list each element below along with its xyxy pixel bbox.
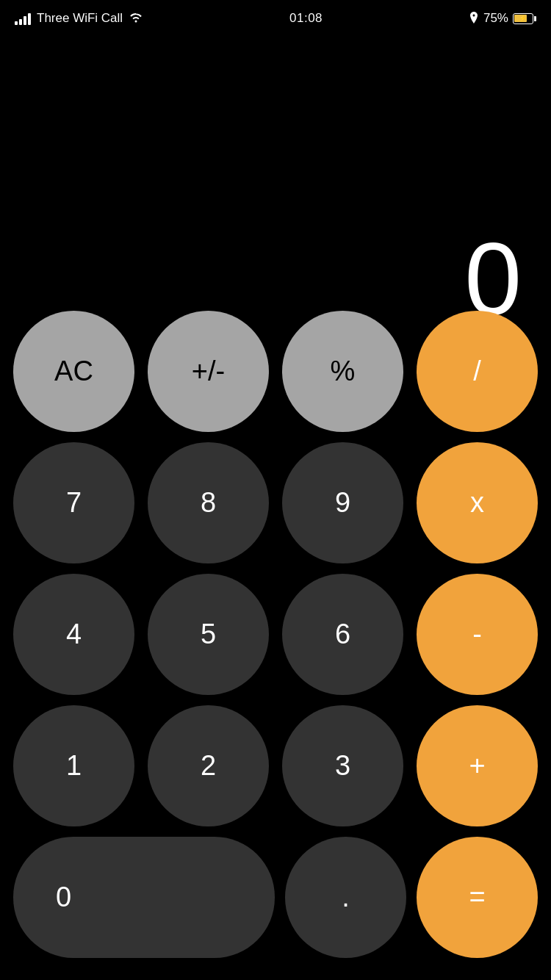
status-right: 75% ⚡ (469, 11, 536, 26)
four-button[interactable]: 4 (13, 574, 134, 695)
time-display: 01:08 (289, 11, 323, 26)
divide-button[interactable]: / (417, 311, 538, 432)
six-button[interactable]: 6 (282, 574, 403, 695)
two-button[interactable]: 2 (148, 705, 269, 826)
eight-button[interactable]: 8 (148, 442, 269, 563)
one-button[interactable]: 1 (13, 705, 134, 826)
signal-bar-4 (28, 13, 31, 25)
signal-bar-2 (19, 19, 22, 25)
battery-percentage: 75% (483, 11, 508, 26)
status-left: Three WiFi Call (15, 11, 143, 26)
equals-button[interactable]: = (417, 837, 538, 958)
key-row-1: AC +/- % / (13, 311, 538, 432)
three-button[interactable]: 3 (282, 705, 403, 826)
battery-icon: ⚡ (513, 13, 536, 24)
signal-bar-3 (24, 16, 26, 25)
ac-button[interactable]: AC (13, 311, 134, 432)
signal-bars-icon (15, 12, 31, 25)
nine-button[interactable]: 9 (282, 442, 403, 563)
decimal-button[interactable]: . (285, 837, 406, 958)
location-icon (469, 12, 479, 26)
wifi-icon (129, 11, 143, 26)
key-row-2: 7 8 9 x (13, 442, 538, 563)
seven-button[interactable]: 7 (13, 442, 134, 563)
add-button[interactable]: + (417, 705, 538, 826)
key-row-4: 1 2 3 + (13, 705, 538, 826)
key-row-3: 4 5 6 - (13, 574, 538, 695)
five-button[interactable]: 5 (148, 574, 269, 695)
percent-button[interactable]: % (282, 311, 403, 432)
subtract-button[interactable]: - (417, 574, 538, 695)
signal-bar-1 (15, 21, 18, 25)
keypad: AC +/- % / 7 8 9 x 4 5 6 - 1 2 3 + 0 . = (0, 300, 551, 980)
zero-button[interactable]: 0 (13, 837, 275, 958)
carrier-label: Three WiFi Call (37, 11, 123, 26)
plus-minus-button[interactable]: +/- (148, 311, 269, 432)
status-bar: Three WiFi Call 01:08 75% ⚡ (0, 0, 551, 37)
key-row-5: 0 . = (13, 837, 538, 958)
multiply-button[interactable]: x (417, 442, 538, 563)
